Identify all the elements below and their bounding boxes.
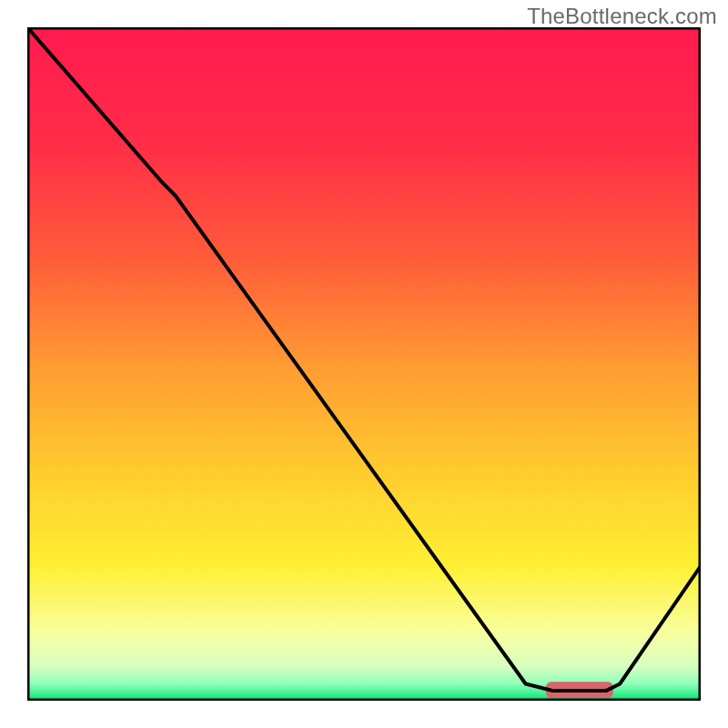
- axis-frame: [27, 27, 701, 701]
- bottleneck-curve: [27, 27, 701, 691]
- chart-container: TheBottleneck.com: [0, 0, 728, 728]
- watermark-text: TheBottleneck.com: [527, 4, 717, 29]
- chart-overlay: [27, 27, 701, 701]
- plot-area: [27, 27, 701, 701]
